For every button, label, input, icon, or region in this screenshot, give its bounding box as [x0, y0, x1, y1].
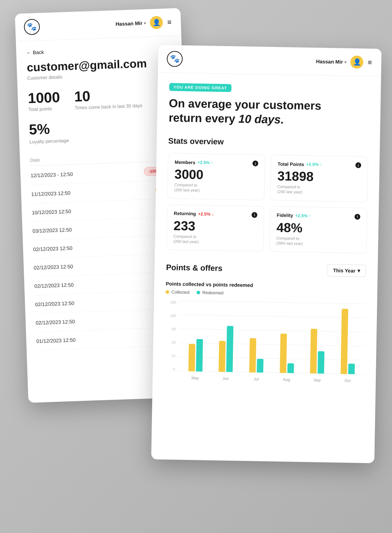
returns-stat: 10 Times come back in last 30 days	[74, 87, 143, 111]
x-axis-label: Aug	[279, 377, 294, 382]
info-icon-0[interactable]: i	[252, 160, 258, 166]
legend-collected-label: Collected	[171, 290, 189, 295]
stat-card-title-0: Members +2.5% ↑	[175, 159, 213, 165]
row-date: 11/12/2023 12:50	[31, 190, 71, 197]
right-user-name-text: Hassan Mir	[316, 58, 343, 65]
y-axis-label: 20	[171, 341, 175, 345]
stat-card-title-1: Total Points +2.5% ↑	[278, 161, 322, 167]
menu-button-left[interactable]: ≡	[167, 18, 172, 26]
doing-great-badge: YOU ARE DOING GREAT	[169, 83, 231, 92]
info-icon-2[interactable]: i	[252, 212, 257, 218]
x-axis-label: Sep	[310, 378, 324, 382]
stat-card-title-2: Returning +2.5% ↓	[174, 211, 214, 217]
right-logo-icon: 🐾	[167, 51, 183, 67]
x-axis-label: May	[188, 376, 202, 380]
y-axis-label: 50	[172, 327, 176, 331]
stat-card-compare-0: Compared to(200 last year)	[174, 182, 258, 194]
right-avatar-icon: 👤	[353, 58, 361, 66]
legend-collected-dot	[166, 290, 169, 294]
bar-group-Jun	[219, 326, 234, 372]
header-right: Hassan Mir ▾ 👤 ≡	[115, 15, 172, 30]
legend-redeemed-label: Redeemed	[202, 290, 224, 296]
stat-card-members: Members +2.5% ↑ i 3000 Compared to(200 l…	[167, 153, 265, 200]
stat-card-value-0: 3000	[175, 168, 258, 182]
user-name-text: Hassan Mir	[116, 20, 143, 27]
stats-overview-title: Stats overview	[168, 136, 368, 149]
dashboard-card: 🐾 Hassan Mir ▾ 👤 ≡ YOU ARE DOING GREAT O…	[151, 45, 382, 463]
stat-card-value-1: 31898	[277, 170, 361, 184]
table-col-date: Date	[30, 157, 40, 163]
bar-collected-Jun	[219, 341, 226, 372]
x-labels: MayJunJulAugSepOct	[179, 376, 364, 383]
stat-card-title-3: Fidelity +2.5% ↑	[277, 213, 311, 219]
bar-collected-Oct	[341, 309, 348, 374]
y-axis-label: 100	[170, 314, 176, 318]
points-label: Total points	[28, 106, 60, 113]
stats-row: 1000 Total points 10 Times come back in …	[28, 86, 174, 113]
stat-card-value-3: 48%	[276, 221, 360, 235]
stats-grid: Members +2.5% ↑ i 3000 Compared to(200 l…	[166, 153, 368, 253]
stat-card-fidelity: Fidelity +2.5% ↑ i 48% Compared to(39% l…	[269, 206, 367, 253]
legend-redeemed-dot	[197, 291, 200, 294]
total-points-stat: 1000 Total points	[28, 90, 60, 113]
row-date: 02/12/2023 12:50	[35, 300, 74, 307]
stat-card-header-3: Fidelity +2.5% ↑ i	[277, 212, 360, 219]
bar-redeemed-Jul	[257, 359, 263, 373]
y-axis-label: 10	[171, 354, 175, 358]
row-date: 02/12/2023 12:50	[36, 319, 75, 326]
logo-area: 🐾	[24, 19, 40, 35]
chart-grid-area: MayJunJulAugSepOct	[179, 301, 366, 383]
right-avatar[interactable]: 👤	[350, 55, 364, 69]
stat-card-returning: Returning +2.5% ↓ i 233 Compared to(200 …	[166, 204, 264, 252]
right-menu-button[interactable]: ≡	[368, 59, 373, 66]
points-value: 1000	[28, 90, 60, 105]
bar-group-May	[188, 339, 203, 372]
bar-collected-Jul	[249, 338, 256, 372]
stat-card-compare-2: Compared to(200 last year)	[173, 234, 257, 245]
right-card-content: YOU ARE DOING GREAT On average your cust…	[152, 73, 381, 394]
right-chevron-icon: ▾	[344, 60, 346, 64]
points-offers-title: Points & offers	[166, 263, 222, 273]
bar-group-Jul	[249, 338, 264, 373]
y-axis-label: 0	[173, 367, 175, 371]
returns-label: Times come back in last 30 days	[75, 103, 143, 111]
chart-title: Points collected vs points redeemed	[166, 281, 366, 290]
avatar-left[interactable]: 👤	[150, 16, 163, 29]
bars-row	[179, 301, 365, 374]
right-user-name[interactable]: Hassan Mir ▾	[316, 58, 346, 65]
row-date: 02/12/2023 12:50	[34, 282, 73, 289]
right-header-right: Hassan Mir ▾ 👤 ≡	[316, 55, 373, 69]
hero-text-emphasis: 10 days.	[238, 112, 284, 126]
this-year-filter[interactable]: This Year ▾	[327, 264, 366, 277]
chart-container: Points collected vs points redeemed Coll…	[164, 281, 366, 383]
bar-redeemed-May	[196, 339, 203, 372]
row-date: 12/12/2023 - 12:50	[31, 171, 73, 178]
info-icon-1[interactable]: i	[355, 162, 361, 168]
bar-collected-May	[188, 344, 195, 371]
bar-group-Aug	[280, 334, 294, 373]
stat-change-0: +2.5% ↑	[197, 160, 213, 165]
avatar-icon: 👤	[152, 18, 161, 27]
bar-collected-Aug	[280, 334, 287, 373]
info-icon-3[interactable]: i	[355, 214, 360, 219]
loyalty-stat: 5% Loyalty percentage	[29, 116, 175, 145]
returns-value: 10	[74, 87, 142, 104]
points-offers-header: Points & offers This Year ▾	[166, 261, 366, 277]
hero-text-line2: return every	[168, 111, 238, 125]
user-name-left[interactable]: Hassan Mir ▾	[116, 20, 146, 27]
stat-card-compare-3: Compared to(39% last year)	[276, 235, 360, 247]
bar-chart: 2001005020100 MayJunJulAugSepOct	[164, 300, 366, 383]
bar-group-Oct	[341, 309, 356, 374]
hero-text: On average your customers return every 1…	[168, 96, 369, 128]
dropdown-chevron-icon: ▾	[357, 268, 360, 274]
back-text: ← Back	[26, 49, 44, 56]
chart-legend: Collected Redeemed	[166, 289, 366, 298]
stat-card-header-0: Members +2.5% ↑ i	[175, 159, 258, 166]
y-axis: 2001005020100	[164, 300, 178, 371]
bar-redeemed-Jun	[226, 326, 234, 372]
row-date: 01/12/2023 12:50	[36, 337, 76, 344]
stat-card-compare-1: Compared to(200 last year)	[277, 184, 361, 196]
back-button[interactable]: ← Back	[26, 45, 172, 55]
x-axis-label: Oct	[340, 378, 355, 383]
stat-card-header-1: Total Points +2.5% ↑ i	[278, 161, 361, 168]
